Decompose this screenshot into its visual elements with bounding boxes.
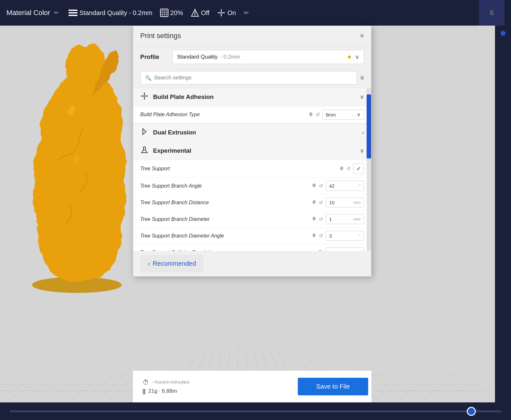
setting-actions-branch-distance: ↺ [311, 199, 323, 206]
panel-header: Print settings × [133, 26, 371, 46]
top-bar: Material Color ✏ Standard Quality - 0.2m… [0, 0, 511, 26]
top-bar-left: Material Color ✏ [6, 9, 59, 17]
save-to-file-button[interactable]: Save to File [298, 378, 368, 395]
section-dual-extrusion[interactable]: Dual Extrusion › [133, 123, 371, 142]
star-icon[interactable]: ★ [347, 53, 352, 61]
setting-actions-adhesion: ↺ [308, 111, 320, 118]
adhesion-selector[interactable]: On [217, 9, 236, 17]
link-icon-tree-support[interactable] [339, 166, 345, 172]
setting-row-adhesion-type: Build Plate Adhesion Type ↺ Brim ∨ [133, 106, 371, 123]
chevron-down-icon[interactable]: ∨ [355, 53, 359, 61]
section-title-exp: Experimental [153, 147, 191, 154]
material-bar-icon: ||| [142, 388, 145, 395]
recommended-button[interactable]: ‹ Recommended [140, 255, 204, 272]
infill-selector[interactable]: 20% [160, 9, 183, 17]
reset-icon-branch-angle[interactable]: ↺ [319, 183, 323, 189]
link-icon-branch-diameter-angle[interactable] [311, 232, 317, 239]
search-row: 🔍 ≡ [133, 68, 371, 88]
setting-name-adhesion-type: Build Plate Adhesion Type [140, 112, 308, 117]
search-input-wrapper: 🔍 [140, 71, 357, 85]
reset-icon-branch-distance[interactable]: ↺ [319, 200, 323, 206]
scrollbar-thumb[interactable] [367, 94, 371, 158]
setting-row-tree-support: Tree Support ↺ ✓ [133, 160, 371, 178]
reset-icon-branch-diameter[interactable]: ↺ [319, 216, 323, 222]
reset-icon-adhesion[interactable]: ↺ [316, 112, 320, 117]
setting-actions-collision [317, 249, 323, 251]
profile-dropdown[interactable]: Standard Quality - 0.2mm ★ ∨ [172, 50, 364, 64]
timeline-track[interactable] [10, 410, 501, 412]
3d-model[interactable] [16, 32, 138, 295]
clock-icon: ⏱ [142, 379, 149, 386]
section-chevron-adhesion: ∨ [360, 93, 364, 101]
link-icon-branch-angle[interactable] [311, 182, 317, 189]
section-chevron-dual: › [362, 129, 364, 136]
time-info: ⏱ · hours·minutes [139, 379, 192, 386]
top-bar-edit-btn[interactable]: ✏ [244, 9, 249, 17]
section-title-adhesion: Build Plate Adhesion [153, 93, 214, 101]
layers-icon [69, 9, 77, 17]
profile-size: - 0.2mm [220, 54, 240, 60]
top-bar-center: Standard Quality - 0.2mm 20% Off [69, 9, 249, 17]
profile-quality: Standard Quality [177, 54, 218, 60]
dropdown-chevron: ∨ [357, 112, 361, 117]
print-quality-label: Standard Quality - 0.2mm [79, 9, 152, 17]
top-bar-right-panel: 6 [479, 0, 505, 26]
section-chevron-exp: ∨ [360, 147, 364, 154]
filter-menu-icon[interactable]: ≡ [360, 74, 364, 82]
scrollbar[interactable] [367, 88, 371, 251]
setting-name-branch-diameter: Tree Support Branch Diameter [140, 216, 311, 222]
dual-extrusion-icon [140, 127, 149, 138]
top-bar-edit-icon[interactable]: ✏ [54, 9, 59, 16]
timeline-bar [0, 402, 511, 420]
reset-icon-tree-support[interactable]: ↺ [346, 166, 351, 172]
link-icon-adhesion[interactable] [308, 111, 314, 118]
section-title-dual: Dual Extrusion [153, 129, 196, 136]
supports-selector[interactable]: Off [191, 9, 209, 17]
print-quality-selector[interactable]: Standard Quality - 0.2mm [69, 9, 152, 17]
branch-diameter-value[interactable]: 1 mm [326, 214, 364, 224]
tree-support-checkbox[interactable]: ✓ [353, 163, 364, 174]
section-build-plate-adhesion[interactable]: Build Plate Adhesion ∨ [133, 88, 371, 106]
branch-distance-value[interactable]: 10 mm [326, 198, 364, 207]
bottom-info-panel: ⏱ · hours·minutes ||| 21g · 6.88m Save t… [133, 370, 371, 402]
link-icon-collision[interactable] [317, 249, 323, 251]
reset-icon-branch-diameter-angle[interactable]: ↺ [319, 233, 323, 239]
svg-rect-0 [69, 10, 77, 11]
setting-row-collision-resolution: Tree Support Collision Resolution 0.2 mm [133, 244, 371, 251]
supports-icon [191, 9, 199, 17]
setting-row-branch-diameter: Tree Support Branch Diameter ↺ 1 mm [133, 211, 371, 228]
supports-value: Off [201, 9, 209, 17]
svg-rect-2 [69, 15, 77, 16]
collision-resolution-value[interactable]: 0.2 mm [326, 247, 364, 251]
setting-row-branch-angle: Tree Support Branch Angle ↺ 42 ° [133, 178, 371, 194]
setting-actions-tree-support: ↺ [339, 166, 351, 172]
branch-angle-value[interactable]: 42 ° [326, 181, 364, 191]
setting-actions-branch-diameter-angle: ↺ [311, 232, 323, 239]
timeline-thumb[interactable] [467, 407, 476, 416]
infill-value: 20% [170, 9, 183, 17]
recommended-chevron: ‹ [148, 260, 150, 267]
setting-name-collision-resolution: Tree Support Collision Resolution [140, 250, 317, 251]
profile-row: Profile Standard Quality - 0.2mm ★ ∨ [133, 46, 371, 68]
search-input[interactable] [154, 75, 352, 81]
time-label: · hours·minutes [152, 379, 189, 385]
setting-row-branch-distance: Tree Support Branch Distance ↺ 10 mm [133, 194, 371, 211]
setting-name-branch-diameter-angle: Tree Support Branch Diameter Angle [140, 233, 311, 239]
setting-name-branch-distance: Tree Support Branch Distance [140, 200, 311, 206]
print-settings-panel: Print settings × Profile Standard Qualit… [133, 26, 371, 277]
settings-list: Build Plate Adhesion ∨ Build Plate Adhes… [133, 88, 371, 251]
adhesion-icon [217, 9, 225, 17]
side-panel-right [495, 26, 511, 402]
adhesion-type-value[interactable]: Brim ∨ [322, 109, 364, 120]
search-icon: 🔍 [145, 75, 151, 81]
section-experimental[interactable]: Experimental ∨ [133, 142, 371, 160]
link-icon-branch-diameter[interactable] [311, 216, 317, 222]
close-button[interactable]: × [360, 32, 364, 40]
link-icon-branch-distance[interactable] [311, 199, 317, 206]
setting-name-tree-support: Tree Support [140, 166, 339, 172]
side-indicator-dot [500, 31, 506, 36]
branch-diameter-angle-value[interactable]: 3 ° [326, 231, 364, 241]
panel-title: Print settings [140, 32, 181, 40]
section-header-left-dual: Dual Extrusion [140, 127, 196, 138]
material-label: 21g · 6.88m [148, 388, 177, 394]
